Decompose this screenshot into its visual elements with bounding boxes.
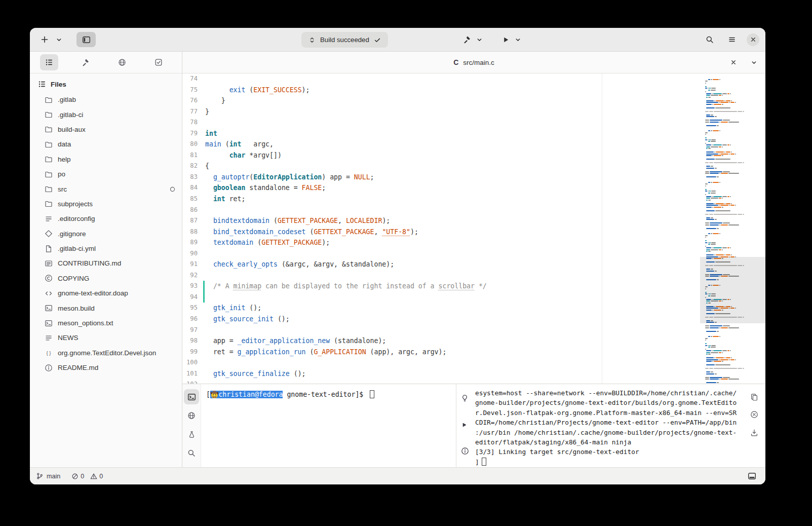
- line-number[interactable]: 92: [182, 270, 203, 281]
- line-number[interactable]: 88: [182, 227, 203, 238]
- menu-button[interactable]: [724, 32, 740, 47]
- sidebar-tab-todo[interactable]: [149, 54, 168, 70]
- code-line-84[interactable]: 84 gboolean standalone = FALSE;: [182, 182, 700, 194]
- file-tree-item-src[interactable]: src: [30, 181, 182, 196]
- code-line-79[interactable]: 79int: [182, 128, 700, 139]
- file-tree-item-build-aux[interactable]: build-aux: [30, 122, 182, 137]
- line-number[interactable]: 89: [182, 237, 203, 248]
- clear-log-button[interactable]: [747, 407, 762, 422]
- sidebar-tab-build-pipeline[interactable]: [76, 54, 95, 70]
- line-number[interactable]: 82: [182, 161, 203, 172]
- code-editor[interactable]: 7475 exit (EXIT_SUCCESS);76 }77}7879int8…: [182, 73, 700, 384]
- line-number[interactable]: 86: [182, 205, 203, 216]
- panel-tab-container[interactable]: [184, 427, 199, 442]
- file-tree-item-data[interactable]: data: [30, 137, 182, 152]
- line-number[interactable]: 102: [182, 379, 203, 384]
- code-line-99[interactable]: 99 ret = g_application_run (G_APPLICATIO…: [182, 347, 700, 358]
- file-tree-item-.gitlab-ci.yml[interactable]: .gitlab-ci.yml: [30, 241, 182, 256]
- file-tree-item-.gitignore[interactable]: .gitignore: [30, 227, 182, 241]
- build-dropdown[interactable]: [475, 32, 484, 47]
- code-line-77[interactable]: 77}: [182, 106, 700, 118]
- close-document-button[interactable]: [726, 55, 741, 70]
- line-number[interactable]: 97: [182, 325, 203, 336]
- line-number[interactable]: 76: [182, 95, 203, 106]
- minimap[interactable]: [700, 73, 765, 384]
- toggle-left-panel-button[interactable]: [76, 32, 96, 47]
- file-tree-item-NEWS[interactable]: NEWS: [30, 330, 182, 345]
- line-number[interactable]: 78: [182, 117, 203, 128]
- file-tree-item-gnome-text-editor.doap[interactable]: gnome-text-editor.doap: [30, 286, 182, 300]
- code-line-100[interactable]: 100: [182, 357, 700, 368]
- file-tree-item-help[interactable]: help: [30, 152, 182, 167]
- copy-log-button[interactable]: [747, 390, 762, 404]
- code-line-85[interactable]: 85 int ret;: [182, 194, 700, 205]
- line-number[interactable]: 83: [182, 172, 203, 183]
- close-window-button[interactable]: [747, 33, 759, 46]
- line-number[interactable]: 75: [182, 85, 203, 96]
- line-number[interactable]: 87: [182, 215, 203, 227]
- new-document-dropdown[interactable]: [54, 32, 63, 47]
- line-number[interactable]: 79: [182, 128, 203, 139]
- line-number[interactable]: 90: [182, 248, 203, 259]
- code-line-81[interactable]: 81 char *argv[]): [182, 150, 700, 161]
- code-line-90[interactable]: 90: [182, 248, 700, 259]
- code-line-89[interactable]: 89 textdomain (GETTEXT_PACKAGE);: [182, 237, 700, 248]
- file-tree-item-README.md[interactable]: README.md: [30, 360, 182, 375]
- panel-tab-web[interactable]: [184, 408, 199, 423]
- code-line-86[interactable]: 86: [182, 205, 700, 216]
- line-number[interactable]: 91: [182, 259, 203, 270]
- sidebar-tab-web[interactable]: [113, 54, 131, 70]
- branch-indicator[interactable]: main: [36, 472, 60, 480]
- code-line-74[interactable]: 74: [182, 73, 700, 85]
- new-document-button[interactable]: [37, 32, 52, 47]
- line-number[interactable]: 74: [182, 73, 203, 85]
- code-line-97[interactable]: 97: [182, 325, 700, 336]
- line-number[interactable]: 99: [182, 347, 203, 358]
- panel-tab-search[interactable]: [184, 445, 199, 461]
- line-number[interactable]: 93: [182, 281, 203, 292]
- file-tree-item-.editorconfig[interactable]: .editorconfig: [30, 211, 182, 226]
- file-tree-item-.gitlab[interactable]: .gitlab: [30, 92, 182, 107]
- code-line-83[interactable]: 83 g_autoptr(EditorApplication) app = NU…: [182, 172, 700, 183]
- file-tree-item-.gitlab-ci[interactable]: .gitlab-ci: [30, 107, 182, 122]
- line-number[interactable]: 101: [182, 368, 203, 380]
- line-number[interactable]: 95: [182, 303, 203, 314]
- run-dropdown[interactable]: [513, 32, 522, 47]
- line-number[interactable]: 77: [182, 106, 203, 118]
- file-tree-item-COPYING[interactable]: COPYING: [30, 271, 182, 286]
- code-line-101[interactable]: 101 gtk_source_finalize ();: [182, 368, 700, 380]
- code-line-76[interactable]: 76 }: [182, 95, 700, 106]
- toggle-bottom-panel-button[interactable]: [744, 469, 759, 484]
- code-line-87[interactable]: 87 bindtextdomain (GETTEXT_PACKAGE, LOCA…: [182, 215, 700, 227]
- code-line-82[interactable]: 82{: [182, 161, 700, 172]
- line-number[interactable]: 98: [182, 335, 203, 347]
- line-number[interactable]: 100: [182, 357, 203, 368]
- download-log-button[interactable]: [747, 426, 762, 440]
- document-dropdown[interactable]: [749, 55, 758, 70]
- code-line-102[interactable]: 102: [182, 379, 700, 384]
- file-tree-item-org.gnome.TextEditor.Devel.json[interactable]: { }org.gnome.TextEditor.Devel.json: [30, 346, 182, 360]
- code-line-75[interactable]: 75 exit (EXIT_SUCCESS);: [182, 85, 700, 96]
- file-tree-item-meson.build[interactable]: meson.build: [30, 300, 182, 315]
- file-tree-item-po[interactable]: po: [30, 167, 182, 181]
- sidebar-tab-project-tree[interactable]: [40, 54, 58, 70]
- code-line-98[interactable]: 98 app = _editor_application_new (standa…: [182, 335, 700, 347]
- code-line-96[interactable]: 96 gtk_source_init ();: [182, 314, 700, 325]
- line-number[interactable]: 84: [182, 182, 203, 194]
- line-number[interactable]: 85: [182, 194, 203, 205]
- run-button[interactable]: [498, 32, 513, 47]
- build-button[interactable]: [459, 32, 475, 47]
- file-tree-item-subprojects[interactable]: subprojects: [30, 197, 182, 211]
- code-line-93[interactable]: 93 /* A minimap can be displayed to the …: [182, 281, 700, 292]
- minimap-viewport[interactable]: [700, 257, 765, 323]
- search-button[interactable]: [702, 32, 717, 47]
- terminal[interactable]: [🤠christian@fedora gnome-text-editor]$: [201, 384, 456, 467]
- file-tree-item-CONTRIBUTING.md[interactable]: CONTRIBUTING.md: [30, 256, 182, 271]
- panel-tab-terminal[interactable]: [184, 389, 199, 404]
- code-line-95[interactable]: 95 gtk_init ();: [182, 303, 700, 314]
- document-title[interactable]: C src/main.c: [453, 58, 494, 66]
- code-line-88[interactable]: 88 bind_textdomain_codeset (GETTEXT_PACK…: [182, 227, 700, 238]
- line-number[interactable]: 94: [182, 292, 203, 303]
- diagnostics-indicator[interactable]: 0 0: [71, 473, 103, 480]
- line-number[interactable]: 81: [182, 150, 203, 161]
